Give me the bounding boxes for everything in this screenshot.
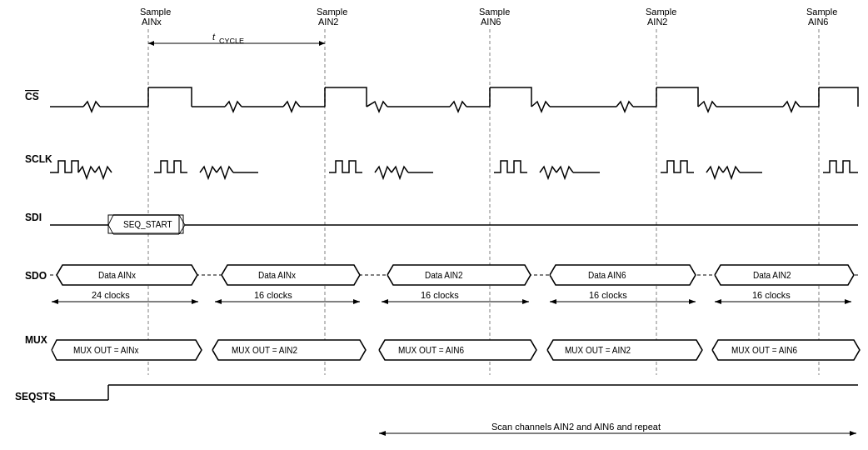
mux-text3: MUX OUT = AIN6	[398, 346, 464, 355]
sdo-text4: Data AIN6	[588, 271, 626, 280]
sclk-group1	[154, 161, 187, 172]
sample-label-3: Sample	[479, 7, 510, 17]
sample-label-5: Sample	[806, 7, 837, 17]
cs-high2	[325, 88, 367, 107]
cs-squiggle6	[531, 102, 550, 112]
sclk-group5	[823, 161, 858, 172]
mux-label: MUX	[25, 334, 47, 346]
cs-squiggle4	[367, 102, 387, 112]
sclk-sq10	[723, 167, 740, 178]
sclk-sq8	[556, 167, 573, 178]
cs-squiggle2	[225, 102, 242, 112]
sclk-group4	[661, 161, 694, 172]
clock-arrow-left1	[52, 299, 58, 304]
sdo-label: SDO	[25, 270, 47, 282]
sample-sub-3: AIN6	[481, 17, 501, 27]
sclk-group2	[329, 161, 362, 172]
clock-arrow-left5	[715, 299, 721, 304]
sclk-sq7	[540, 167, 556, 178]
scan-text: Scan channels AIN2 and AIN6 and repeat	[491, 422, 661, 432]
scan-arrow-left	[379, 431, 386, 436]
sample-sub-1: AINx	[142, 17, 162, 27]
clock-text3: 16 clocks	[421, 290, 459, 300]
cs-squiggle8	[698, 102, 716, 112]
clock-text1: 24 clocks	[92, 290, 130, 300]
sdi-seqstart-text: SEQ_START	[123, 220, 172, 229]
sdo-text3: Data AIN2	[425, 271, 463, 280]
sclk-sq3	[200, 167, 217, 178]
cs-squiggle7	[616, 102, 633, 112]
sclk-sq2	[95, 167, 112, 178]
clock-text5: 16 clocks	[752, 290, 791, 300]
sclk-group3	[494, 161, 527, 172]
sample-sub-4: AIN2	[647, 17, 667, 27]
sclk-sq9	[706, 167, 723, 178]
sclk-sq4	[217, 167, 233, 178]
clock-arrow-right4	[689, 299, 696, 304]
cs-squiggle1	[83, 102, 100, 112]
sclk-sq1	[78, 167, 95, 178]
tcycle-label: t	[212, 32, 216, 42]
clock-arrow-left2	[215, 299, 222, 304]
mux-text4: MUX OUT = AIN2	[565, 346, 631, 355]
clock-arrow-left3	[382, 299, 388, 304]
clock-arrow-right1	[192, 299, 198, 304]
seqsts-label: SEQSTS	[15, 391, 56, 402]
sample-label-2: Sample	[317, 7, 347, 17]
cs-squiggle9	[783, 102, 800, 112]
sample-label-4: Sample	[646, 7, 676, 17]
sample-label-1: Sample	[140, 7, 171, 17]
mux-text1: MUX OUT = AINx	[73, 346, 138, 355]
cs-high1	[148, 88, 192, 107]
sdi-label: SDI	[25, 212, 42, 223]
cs-squiggle5	[450, 102, 466, 112]
sample-sub-2: AIN2	[318, 17, 338, 27]
sclk-sq6	[392, 167, 408, 178]
cs-squiggle3	[283, 102, 300, 112]
clock-text4: 16 clocks	[589, 290, 627, 300]
clock-arrow-right2	[353, 299, 360, 304]
scan-arrow-right	[850, 431, 856, 436]
clock-arrow-right3	[522, 299, 529, 304]
tcycle-arrow-right	[319, 41, 325, 46]
clock-arrow-right5	[845, 299, 851, 304]
sclk-label: SCLK	[25, 153, 52, 165]
sclk-group0	[50, 161, 78, 172]
mux-text2: MUX OUT = AIN2	[232, 346, 297, 355]
cs-high3	[490, 88, 531, 107]
sdo-text5: Data AIN2	[753, 271, 791, 280]
tcycle-sub: CYCLE	[219, 37, 244, 45]
tcycle-arrow-left	[148, 41, 154, 46]
sclk-sq5	[375, 167, 392, 178]
cs-high4	[656, 88, 698, 107]
sdo-text2: Data AINx	[258, 271, 296, 280]
timing-diagram: CS SCLK SDI SDO MUX SEQSTS Sample AINx S…	[0, 0, 868, 450]
sample-sub-5: AIN6	[808, 17, 828, 27]
cs-high5	[819, 88, 858, 107]
clock-arrow-left4	[550, 299, 556, 304]
cs-label: CS	[25, 91, 39, 102]
mux-text5: MUX OUT = AIN6	[731, 346, 797, 355]
sdo-text1: Data AINx	[98, 271, 136, 280]
clock-text2: 16 clocks	[254, 290, 292, 300]
